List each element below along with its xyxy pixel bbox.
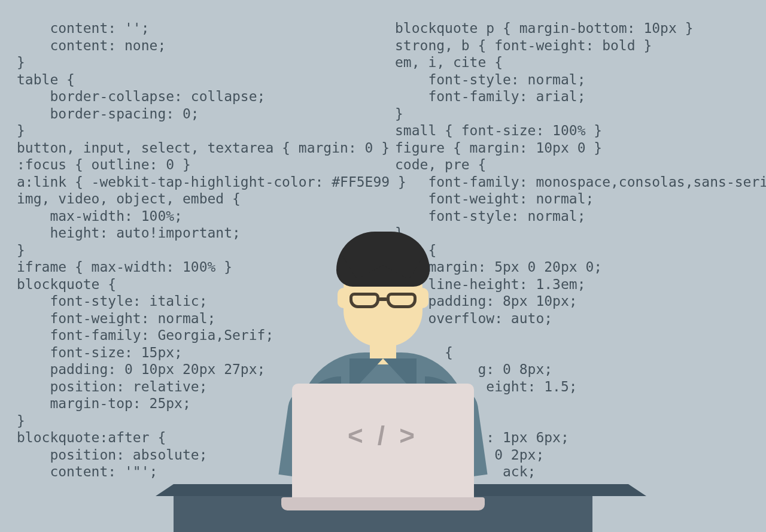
code-icon: < / >	[292, 421, 474, 451]
glasses-icon	[348, 293, 418, 311]
laptop-base	[281, 497, 485, 510]
illustration-stage: content: ''; content: none; } table { bo…	[0, 0, 766, 532]
laptop-screen: < / >	[292, 384, 474, 497]
